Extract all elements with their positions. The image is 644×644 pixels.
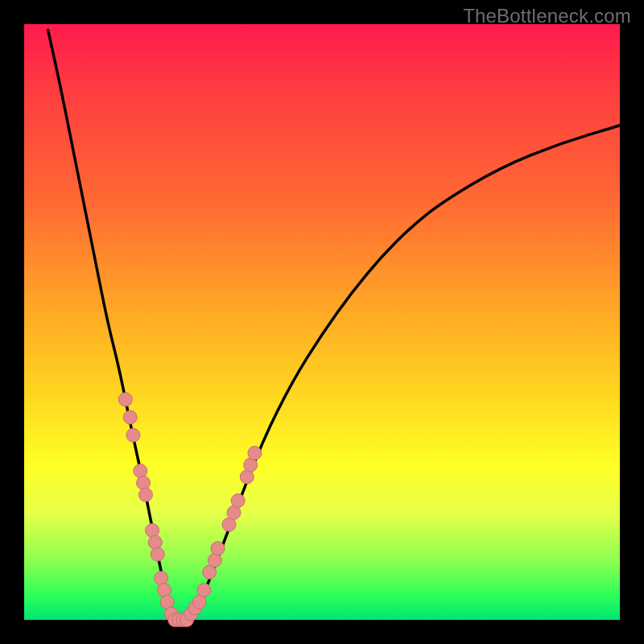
data-marker (248, 446, 262, 460)
data-marker (151, 547, 164, 561)
data-marker (155, 572, 168, 585)
data-marker (118, 393, 132, 407)
data-marker (137, 476, 151, 489)
curve-layer (24, 24, 620, 620)
data-marker (157, 584, 171, 597)
data-marker (134, 464, 147, 478)
data-marker (208, 554, 221, 568)
highlighted-points (118, 393, 262, 627)
bottleneck-curve-path (48, 30, 620, 620)
watermark-text: TheBottleneck.com (463, 5, 631, 27)
data-marker (148, 535, 162, 549)
bottleneck-curve (48, 30, 620, 620)
data-marker (138, 488, 152, 502)
data-marker (231, 494, 245, 508)
data-marker (211, 542, 225, 555)
chart-frame: TheBottleneck.com (0, 0, 644, 644)
data-marker (123, 411, 137, 424)
plot-area (24, 24, 620, 620)
data-marker (197, 584, 211, 597)
data-marker (126, 428, 140, 442)
data-marker (146, 524, 159, 538)
